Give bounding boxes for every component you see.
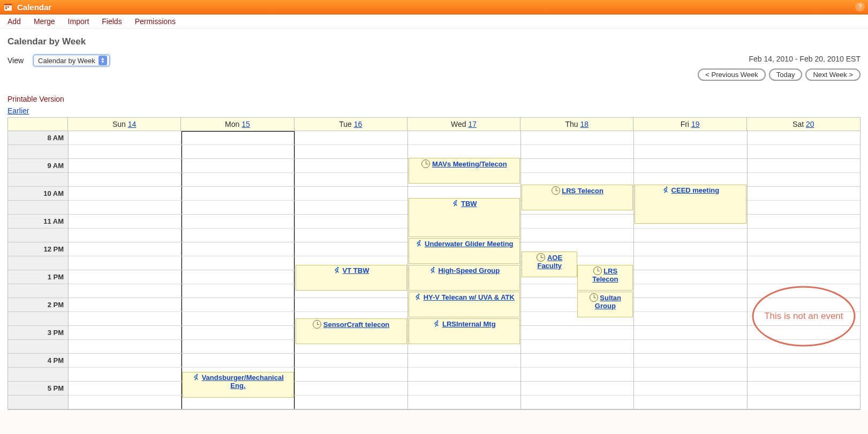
day-link-16[interactable]: 16	[354, 120, 363, 128]
grid-cell[interactable]	[634, 354, 746, 368]
grid-cell[interactable]	[748, 201, 860, 215]
grid-cell[interactable]	[295, 131, 407, 145]
grid-cell[interactable]	[295, 187, 407, 201]
grid-cell[interactable]	[634, 298, 746, 312]
event-lrs-telecon-b[interactable]: LRS Telecon	[577, 265, 633, 291]
grid-cell[interactable]	[408, 145, 520, 159]
grid-cell[interactable]	[408, 382, 520, 395]
grid-cell[interactable]	[634, 340, 746, 354]
view-select[interactable]: Calendar by Week ▲▼	[33, 55, 110, 66]
event-lrs-telecon-a[interactable]: LRS Telecon	[522, 185, 633, 210]
day-link-15[interactable]: 15	[241, 120, 250, 128]
grid-cell[interactable]	[634, 395, 746, 409]
day-col-thu[interactable]: LRS Telecon AOE Faculty LRS Telecon Sult…	[520, 131, 633, 409]
next-week-button[interactable]: Next Week >	[805, 68, 861, 81]
grid-cell[interactable]	[295, 145, 407, 159]
day-col-mon[interactable]: Vandsburger/Mechanical Eng.	[181, 131, 294, 409]
day-link-17[interactable]: 17	[468, 120, 477, 128]
grid-cell[interactable]	[69, 270, 181, 284]
grid-cell[interactable]	[295, 242, 407, 256]
grid-cell[interactable]	[634, 312, 746, 326]
day-col-sun[interactable]	[68, 131, 181, 409]
grid-cell[interactable]	[295, 298, 407, 312]
event-link[interactable]: Sultan Group	[595, 294, 621, 310]
day-link-14[interactable]: 14	[128, 120, 137, 128]
event-lrsinternal[interactable]: LRSInternal Mtg	[409, 318, 520, 344]
event-link[interactable]: CEED meeting	[671, 186, 720, 194]
grid-cell[interactable]	[748, 229, 860, 242]
grid-cell[interactable]	[521, 229, 633, 242]
grid-cell[interactable]	[634, 242, 746, 256]
event-link[interactable]: High-Speed Group	[438, 267, 500, 275]
grid-cell[interactable]	[295, 215, 407, 229]
grid-cell[interactable]	[69, 242, 181, 256]
grid-cell[interactable]	[182, 173, 294, 187]
event-sultan[interactable]: Sultan Group	[577, 292, 633, 317]
grid-cell[interactable]	[295, 382, 407, 395]
event-link[interactable]: MAVs Meeting/Telecon	[432, 160, 507, 168]
grid-cell[interactable]	[521, 354, 633, 368]
printable-version-link[interactable]: Printable Version	[7, 95, 64, 103]
event-link[interactable]: HY-V Telecan w/ UVA & ATK	[424, 293, 515, 301]
event-mavs[interactable]: MAVs Meeting/Telecon	[409, 158, 520, 184]
grid-cell[interactable]	[748, 354, 860, 368]
grid-cell[interactable]	[634, 229, 746, 242]
grid-cell[interactable]	[69, 201, 181, 215]
grid-cell[interactable]	[748, 173, 860, 187]
grid-cell[interactable]	[295, 229, 407, 242]
event-vt-tbw[interactable]: VT TBW	[296, 265, 407, 291]
menu-import[interactable]: Import	[68, 17, 89, 26]
grid-cell[interactable]	[748, 270, 860, 284]
grid-cell[interactable]	[182, 215, 294, 229]
grid-cell[interactable]	[521, 326, 633, 340]
grid-cell[interactable]	[182, 354, 294, 368]
grid-cell[interactable]	[182, 340, 294, 354]
grid-cell[interactable]	[182, 187, 294, 201]
event-high-speed[interactable]: High-Speed Group	[409, 265, 520, 291]
grid-cell[interactable]	[69, 395, 181, 409]
event-vandsburger[interactable]: Vandsburger/Mechanical Eng.	[182, 372, 293, 398]
grid-cell[interactable]	[521, 340, 633, 354]
day-col-wed[interactable]: MAVs Meeting/Telecon TBW Underwater Glid…	[407, 131, 520, 409]
event-link[interactable]: Vandsburger/Mechanical Eng.	[202, 374, 284, 390]
grid-cell[interactable]	[521, 395, 633, 409]
menu-add[interactable]: Add	[7, 17, 21, 26]
grid-cell[interactable]	[295, 368, 407, 382]
grid-cell[interactable]	[295, 354, 407, 368]
grid-cell[interactable]	[69, 256, 181, 270]
grid-cell[interactable]	[69, 326, 181, 340]
event-aoe-faculty[interactable]: AOE Faculty	[522, 252, 577, 277]
help-button[interactable]: ?	[855, 2, 865, 12]
grid-cell[interactable]	[182, 131, 294, 145]
grid-cell[interactable]	[408, 368, 520, 382]
day-link-20[interactable]: 20	[806, 120, 814, 128]
menu-fields[interactable]: Fields	[102, 17, 122, 26]
day-col-tue[interactable]: VT TBW SensorCraft telecon	[295, 131, 407, 409]
grid-cell[interactable]	[748, 395, 860, 409]
grid-cell[interactable]	[69, 354, 181, 368]
event-link[interactable]: VT TBW	[343, 267, 369, 275]
grid-cell[interactable]	[69, 159, 181, 173]
grid-cell[interactable]	[521, 159, 633, 173]
grid-cell[interactable]	[182, 326, 294, 340]
earlier-link[interactable]: Earlier	[7, 106, 29, 115]
day-col-sat[interactable]: This is not an event	[747, 131, 860, 409]
grid-cell[interactable]	[634, 382, 746, 395]
menu-permissions[interactable]: Permissions	[135, 17, 176, 26]
grid-cell[interactable]	[634, 270, 746, 284]
event-link[interactable]: TBW	[461, 200, 477, 208]
grid-cell[interactable]	[69, 145, 181, 159]
grid-cell[interactable]	[182, 242, 294, 256]
grid-cell[interactable]	[182, 201, 294, 215]
grid-cell[interactable]	[295, 201, 407, 215]
grid-cell[interactable]	[521, 145, 633, 159]
grid-cell[interactable]	[748, 131, 860, 145]
grid-cell[interactable]	[748, 368, 860, 382]
grid-cell[interactable]	[521, 382, 633, 395]
grid-cell[interactable]	[69, 382, 181, 395]
event-hyv[interactable]: HY-V Telecan w/ UVA & ATK	[409, 292, 520, 317]
grid-cell[interactable]	[182, 270, 294, 284]
day-link-18[interactable]: 18	[580, 120, 589, 128]
today-button[interactable]: Today	[769, 68, 803, 81]
grid-cell[interactable]	[69, 340, 181, 354]
